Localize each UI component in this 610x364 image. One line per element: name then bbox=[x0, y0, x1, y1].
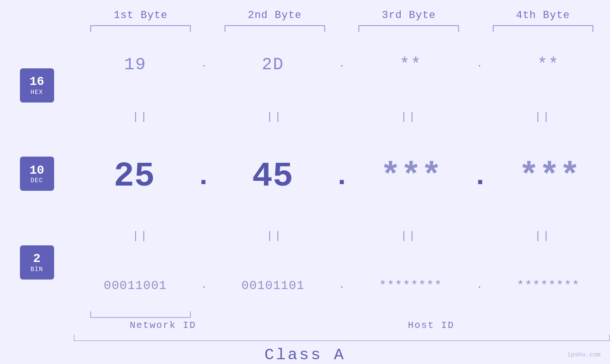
bin-row: 00011001 . 00101101 . ******** . *******… bbox=[74, 279, 610, 293]
hex-dot-1: . bbox=[197, 60, 211, 69]
dec-badge: 10 DEC bbox=[20, 157, 54, 191]
network-id-label: Network ID bbox=[74, 320, 253, 331]
bin-badge-num: 2 bbox=[33, 252, 41, 266]
bot-bracket-1 bbox=[90, 311, 191, 318]
host-id-label: Host ID bbox=[253, 320, 610, 331]
hex-row: 19 . 2D . ** . ** bbox=[74, 55, 610, 75]
eq-2: || bbox=[208, 111, 342, 123]
eq2-1: || bbox=[74, 230, 208, 242]
hex-value-4: ** bbox=[537, 55, 559, 75]
hex-dot-3: . bbox=[472, 60, 487, 69]
hex-dot-2: . bbox=[335, 60, 349, 69]
byte-header-4: 4th Byte bbox=[476, 9, 610, 21]
dec-value-2: 45 bbox=[252, 157, 293, 196]
dec-dot-1: . bbox=[195, 160, 212, 193]
hex-cell-3: ** bbox=[349, 55, 472, 75]
bracket-cell-3 bbox=[342, 25, 476, 32]
bracket-cell-1 bbox=[74, 25, 208, 32]
eq2-4: || bbox=[476, 230, 610, 242]
hex-cell-2: 2D bbox=[211, 55, 335, 75]
hex-cell-1: 19 bbox=[74, 55, 197, 75]
bin-dot-2: . bbox=[335, 281, 349, 290]
bracket-cell-4 bbox=[476, 25, 610, 32]
bin-dot-1: . bbox=[197, 281, 211, 290]
bin-cell-4: ******** bbox=[487, 279, 610, 293]
byte-header-1: 1st Byte bbox=[74, 9, 208, 21]
watermark: ipshu.com bbox=[567, 351, 601, 358]
bin-value-4: ******** bbox=[517, 279, 580, 293]
equals-row-1: || || || || bbox=[74, 111, 610, 123]
hex-cell-4: ** bbox=[487, 55, 610, 75]
hex-badge-label: HEX bbox=[30, 89, 43, 96]
bin-badge: 2 BIN bbox=[20, 245, 54, 280]
byte-header-2: 2nd Byte bbox=[208, 9, 342, 21]
top-brackets bbox=[74, 25, 610, 32]
dec-dot-2: . bbox=[333, 160, 350, 193]
eq-3: || bbox=[342, 111, 476, 123]
hex-value-2: 2D bbox=[262, 55, 284, 75]
data-rows-column: 19 . 2D . ** . ** || || || || bbox=[74, 37, 610, 311]
bin-cell-3: ******** bbox=[349, 279, 472, 293]
hex-badge: 16 HEX bbox=[20, 68, 54, 103]
eq2-3: || bbox=[342, 230, 476, 242]
dec-badge-num: 10 bbox=[29, 164, 44, 177]
dec-dot-3: . bbox=[471, 160, 488, 193]
top-bracket-2 bbox=[225, 25, 325, 32]
bin-badge-label: BIN bbox=[30, 266, 43, 273]
bin-value-3: ******** bbox=[379, 279, 442, 293]
big-bracket-row bbox=[74, 335, 610, 341]
bin-value-1: 00011001 bbox=[104, 279, 167, 293]
eq2-2: || bbox=[208, 230, 342, 242]
bin-cell-2: 00101101 bbox=[211, 279, 335, 293]
dec-value-4: *** bbox=[518, 157, 580, 196]
equals-row-2: || || || || bbox=[74, 230, 610, 242]
bot-bracket-cell-1 bbox=[74, 311, 208, 318]
hex-badge-num: 16 bbox=[29, 75, 44, 89]
bin-dot-3: . bbox=[472, 281, 487, 290]
dec-cell-3: *** bbox=[350, 159, 471, 194]
byte-headers-row: 1st Byte 2nd Byte 3rd Byte 4th Byte bbox=[0, 9, 610, 21]
main-area: 16 HEX 10 DEC 2 BIN 19 . 2D bbox=[0, 37, 610, 311]
eq-1: || bbox=[74, 111, 208, 123]
dec-cell-2: 45 bbox=[212, 159, 333, 194]
hex-value-1: 19 bbox=[124, 55, 146, 75]
eq-4: || bbox=[476, 111, 610, 123]
bracket-cell-2 bbox=[208, 25, 342, 32]
bottom-brackets bbox=[74, 311, 610, 318]
top-bracket-4 bbox=[493, 25, 593, 32]
byte-header-3: 3rd Byte bbox=[342, 9, 476, 21]
dec-cell-1: 25 bbox=[74, 159, 195, 194]
dec-row: 25 . 45 . *** . *** bbox=[74, 159, 610, 194]
hex-value-3: ** bbox=[399, 55, 422, 75]
bin-cell-1: 00011001 bbox=[74, 279, 197, 293]
class-label: Class A bbox=[0, 346, 610, 364]
dec-badge-label: DEC bbox=[30, 177, 43, 184]
top-bracket-1 bbox=[90, 25, 191, 32]
dec-value-1: 25 bbox=[114, 157, 155, 196]
big-bracket bbox=[74, 335, 610, 341]
badges-column: 16 HEX 10 DEC 2 BIN bbox=[0, 37, 74, 311]
dec-value-3: *** bbox=[380, 157, 442, 196]
top-bracket-3 bbox=[358, 25, 459, 32]
main-container: 1st Byte 2nd Byte 3rd Byte 4th Byte 16 H… bbox=[0, 0, 610, 364]
id-labels-row: Network ID Host ID bbox=[74, 320, 610, 331]
dec-cell-4: *** bbox=[489, 159, 610, 194]
bin-value-2: 00101101 bbox=[242, 279, 305, 293]
